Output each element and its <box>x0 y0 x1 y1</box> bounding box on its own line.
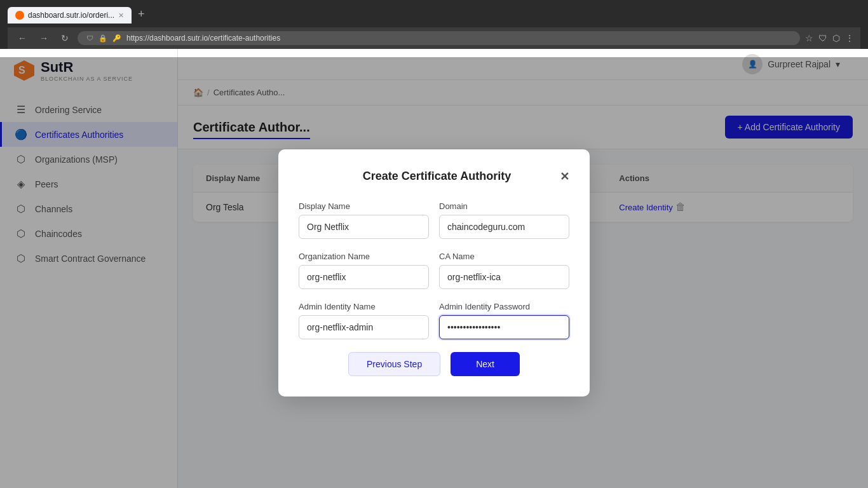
next-button[interactable]: Next <box>451 352 520 376</box>
refresh-button[interactable]: ↻ <box>57 32 72 44</box>
browser-toolbar: ← → ↻ 🛡 🔒 🔑 https://dashboard.sutr.io/ce… <box>8 27 860 49</box>
back-button[interactable]: ← <box>14 32 31 44</box>
modal-close-button[interactable]: ✕ <box>560 170 569 184</box>
modal-title: Create Certificate Authority <box>314 170 560 183</box>
form-row-1: Display Name Domain <box>299 201 569 239</box>
active-tab[interactable]: dashboard.sutr.io/orderi... ✕ <box>8 7 132 24</box>
ca-name-label: CA Name <box>439 252 569 261</box>
form-group-ca-name: CA Name <box>439 252 569 289</box>
url-display: https://dashboard.sutr.io/certificate-au… <box>126 34 280 43</box>
ca-name-input[interactable] <box>439 265 569 289</box>
form-group-admin-identity-name: Admin Identity Name <box>299 302 429 339</box>
forward-button[interactable]: → <box>36 32 52 44</box>
address-bar[interactable]: 🛡 🔒 🔑 https://dashboard.sutr.io/certific… <box>78 31 800 45</box>
domain-label: Domain <box>439 201 569 211</box>
admin-identity-password-input[interactable] <box>439 315 569 339</box>
extensions-button[interactable]: ⬡ <box>832 33 840 43</box>
bookmark-button[interactable]: ☆ <box>805 33 813 43</box>
display-name-label: Display Name <box>299 201 429 211</box>
form-row-2: Organization Name CA Name <box>299 252 569 289</box>
key-icon: 🔑 <box>112 34 121 43</box>
form-row-3: Admin Identity Name Admin Identity Passw… <box>299 302 569 339</box>
modal-header: Create Certificate Authority ✕ <box>299 170 569 184</box>
lock-icon: 🔒 <box>98 34 107 43</box>
org-name-label: Organization Name <box>299 252 429 261</box>
previous-step-button[interactable]: Previous Step <box>348 352 440 376</box>
form-group-display-name: Display Name <box>299 201 429 239</box>
browser-tabs: dashboard.sutr.io/orderi... ✕ + <box>8 5 860 24</box>
tab-title: dashboard.sutr.io/orderi... <box>28 11 114 20</box>
org-name-input[interactable] <box>299 265 429 289</box>
create-certificate-authority-modal: Create Certificate Authority ✕ Display N… <box>278 149 590 396</box>
display-name-input[interactable] <box>299 215 429 239</box>
new-tab-button[interactable]: + <box>133 5 150 24</box>
tab-close-button[interactable]: ✕ <box>118 11 124 20</box>
modal-overlay: Create Certificate Authority ✕ Display N… <box>0 57 868 488</box>
admin-identity-name-label: Admin Identity Name <box>299 302 429 311</box>
form-group-admin-identity-password: Admin Identity Password <box>439 302 569 339</box>
modal-actions: Previous Step Next <box>299 352 569 376</box>
shield-icon: 🛡 <box>86 34 93 42</box>
form-group-org-name: Organization Name <box>299 252 429 289</box>
admin-identity-password-label: Admin Identity Password <box>439 302 569 311</box>
form-group-domain: Domain <box>439 201 569 239</box>
browser-chrome: dashboard.sutr.io/orderi... ✕ + ← → ↻ 🛡 … <box>0 0 868 49</box>
admin-identity-name-input[interactable] <box>299 315 429 339</box>
browser-menu-button[interactable]: ⋮ <box>845 33 854 43</box>
tab-favicon <box>15 11 24 20</box>
domain-input[interactable] <box>439 215 569 239</box>
extension-button[interactable]: 🛡 <box>818 33 827 43</box>
